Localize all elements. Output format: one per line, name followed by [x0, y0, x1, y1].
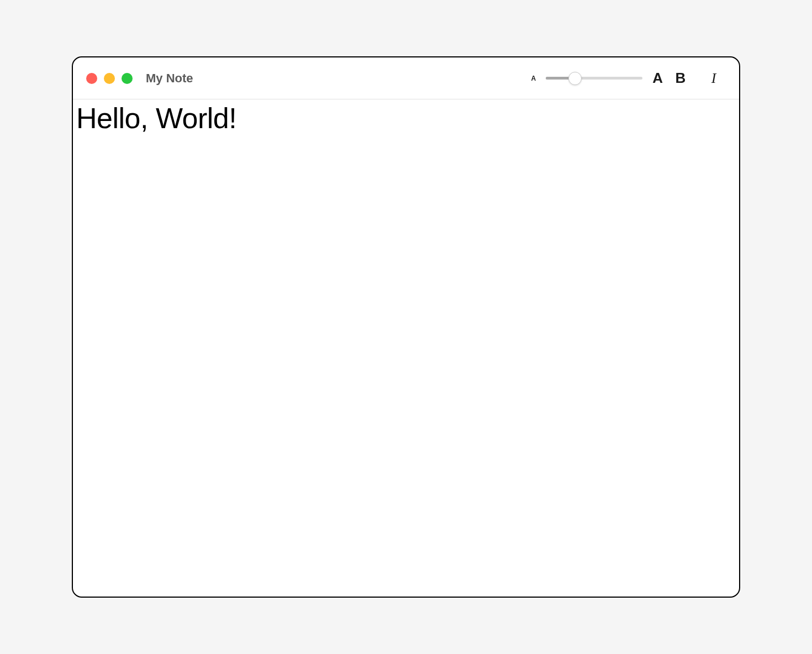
slider-track [546, 77, 642, 80]
font-size-large-icon: A [652, 70, 663, 87]
close-button[interactable] [86, 73, 97, 84]
app-window: My Note A A B I Hello, World! [72, 56, 740, 598]
toolbar-right: A A B I [531, 70, 726, 87]
slider-thumb[interactable] [568, 72, 582, 85]
window-title: My Note [146, 71, 193, 86]
italic-button[interactable]: I [706, 70, 721, 87]
font-size-slider[interactable] [546, 72, 642, 85]
font-size-small-icon: A [531, 75, 536, 82]
bold-button[interactable]: B [673, 70, 688, 87]
titlebar: My Note A A B I [73, 57, 739, 99]
maximize-button[interactable] [122, 73, 133, 84]
note-text[interactable]: Hello, World! [76, 103, 736, 134]
traffic-lights [86, 73, 133, 84]
note-content-area[interactable]: Hello, World! [73, 99, 739, 597]
minimize-button[interactable] [104, 73, 115, 84]
